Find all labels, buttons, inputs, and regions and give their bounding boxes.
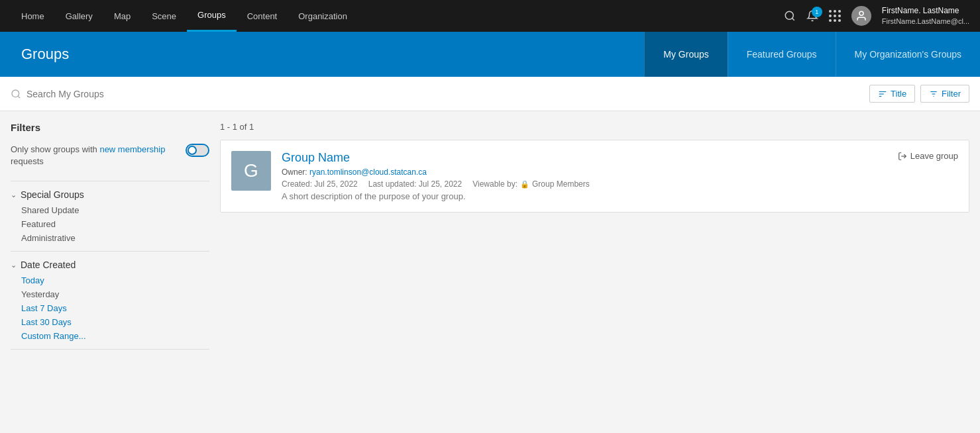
updated-date: Last updated: Jul 25, 2022 xyxy=(368,179,462,189)
tab-my-groups[interactable]: My Groups xyxy=(644,32,727,77)
nav-organization[interactable]: Organization xyxy=(288,0,358,32)
page-title: Groups xyxy=(0,32,644,77)
group-name-link[interactable]: Group Name xyxy=(282,151,958,165)
svg-line-1 xyxy=(792,18,794,20)
owner-link[interactable]: ryan.tomlinson@cloud.statcan.ca xyxy=(309,168,427,177)
filter-button[interactable]: Filter xyxy=(920,85,969,103)
nav-content[interactable]: Content xyxy=(237,0,288,32)
group-dates: Created: Jul 25, 2022 Last updated: Jul … xyxy=(282,179,958,189)
nav-map[interactable]: Map xyxy=(103,0,141,32)
user-info[interactable]: FirstName. LastName FirstName.LastName@c… xyxy=(882,6,969,26)
filter-administrative[interactable]: Administrative xyxy=(21,233,209,243)
notification-icon[interactable]: 1 xyxy=(806,10,818,22)
membership-toggle[interactable] xyxy=(186,144,209,157)
leave-group-button[interactable]: Leave group xyxy=(898,151,958,161)
divider-2 xyxy=(11,251,209,252)
group-avatar: G xyxy=(231,151,271,191)
group-owner: Owner: ryan.tomlinson@cloud.statcan.ca xyxy=(282,168,958,177)
search-icon[interactable] xyxy=(784,10,796,22)
sort-button[interactable]: Title xyxy=(869,85,915,103)
filter-custom-range[interactable]: Custom Range... xyxy=(21,331,209,341)
notification-badge: 1 xyxy=(812,7,822,17)
groups-header: Groups My Groups Featured Groups My Orga… xyxy=(0,32,980,77)
tab-org-groups[interactable]: My Organization's Groups xyxy=(836,32,980,77)
group-card: G Group Name Owner: ryan.tomlinson@cloud… xyxy=(220,140,969,213)
sidebar: Filters Only show groups with new member… xyxy=(11,122,209,422)
created-date: Created: Jul 25, 2022 xyxy=(282,179,358,189)
divider-3 xyxy=(11,349,209,350)
leave-group-label: Leave group xyxy=(910,151,958,161)
filter-label: Filter xyxy=(942,89,961,99)
filter-featured[interactable]: Featured xyxy=(21,219,209,229)
membership-filter-row: Only show groups with new membership req… xyxy=(11,144,209,168)
toggle-knob xyxy=(188,146,197,155)
special-groups-header[interactable]: ⌄ Special Groups xyxy=(11,189,209,200)
chevron-down-icon: ⌄ xyxy=(11,191,17,199)
tab-featured-groups[interactable]: Featured Groups xyxy=(728,32,836,77)
filter-yesterday[interactable]: Yesterday xyxy=(21,289,209,299)
group-description: A short description of the purpose of yo… xyxy=(282,191,958,201)
special-groups-items: Shared Update Featured Administrative xyxy=(11,205,209,243)
svg-point-3 xyxy=(12,90,19,97)
filter-shared-update[interactable]: Shared Update xyxy=(21,205,209,215)
search-input[interactable] xyxy=(27,89,869,99)
group-info: Group Name Owner: ryan.tomlinson@cloud.s… xyxy=(282,151,958,201)
top-nav: Home Gallery Map Scene Groups Content Or… xyxy=(0,0,980,32)
nav-home[interactable]: Home xyxy=(11,0,55,32)
results-area: 1 - 1 of 1 G Group Name Owner: ryan.toml… xyxy=(220,122,969,422)
chevron-down-icon-2: ⌄ xyxy=(11,261,17,269)
filter-last-7-days[interactable]: Last 7 Days xyxy=(21,303,209,313)
date-created-header[interactable]: ⌄ Date Created xyxy=(11,260,209,270)
filters-title: Filters xyxy=(11,122,209,133)
filter-last-30-days[interactable]: Last 30 Days xyxy=(21,317,209,327)
viewable-by: Viewable by: 🔒 Group Members xyxy=(472,179,590,189)
filter-today[interactable]: Today xyxy=(21,275,209,285)
nav-groups[interactable]: Groups xyxy=(187,0,237,32)
results-count: 1 - 1 of 1 xyxy=(220,122,969,132)
user-display-name: FirstName. LastName xyxy=(882,6,969,17)
nav-gallery[interactable]: Gallery xyxy=(55,0,103,32)
divider-1 xyxy=(11,181,209,181)
svg-point-2 xyxy=(859,11,863,15)
avatar[interactable] xyxy=(851,6,871,26)
svg-point-0 xyxy=(785,11,793,19)
groups-tabs: My Groups Featured Groups My Organizatio… xyxy=(644,32,980,77)
nav-scene[interactable]: Scene xyxy=(141,0,187,32)
search-bar: Title Filter xyxy=(0,77,980,111)
main-content: Filters Only show groups with new member… xyxy=(0,111,980,433)
user-email: FirstName.LastName@cl... xyxy=(882,17,969,26)
search-actions: Title Filter xyxy=(869,85,969,103)
date-created-items: Today Yesterday Last 7 Days Last 30 Days… xyxy=(11,275,209,341)
special-groups-label: Special Groups xyxy=(21,189,84,200)
search-wrapper xyxy=(11,89,869,99)
lock-icon: 🔒 xyxy=(520,180,529,189)
apps-grid-icon[interactable] xyxy=(829,10,841,22)
svg-line-4 xyxy=(18,96,20,98)
date-created-label: Date Created xyxy=(21,260,76,270)
nav-links: Home Gallery Map Scene Groups Content Or… xyxy=(11,0,784,32)
sort-label: Title xyxy=(891,89,906,99)
nav-right: 1 FirstName. LastName FirstName.LastName… xyxy=(784,6,969,26)
search-bar-icon xyxy=(11,89,21,99)
membership-filter-text: Only show groups with new membership req… xyxy=(11,144,180,168)
